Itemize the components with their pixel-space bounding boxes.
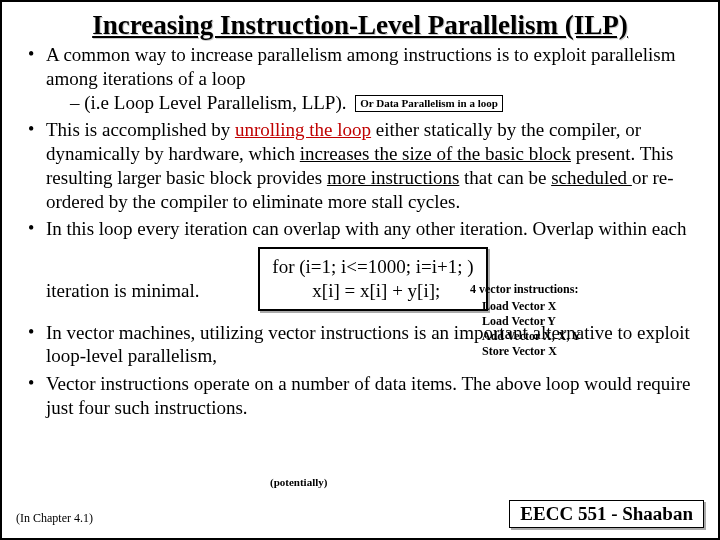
code-box: for (i=1; i<=1000; i=i+1; ) x[i] = x[i] … [258,247,487,311]
data-parallelism-note: Or Data Parallelism in a loop [355,95,503,113]
bullet-1-text: A common way to increase parallelism amo… [46,44,676,89]
footer-chapter: (In Chapter 4.1) [16,511,93,526]
vector-item-3: Add Vector X, X, Y [482,329,581,344]
potentially-note: (potentially) [270,476,327,488]
vector-header: 4 vector instructions: [470,282,581,297]
slide: Increasing Instruction-Level Parallelism… [0,0,720,540]
scheduled-text: scheduled [551,167,632,188]
bullet-1-sub-text: – (i.e Loop Level Parallelism, LLP). [70,92,346,113]
bullet-2-a: This is accomplished by [46,119,235,140]
more-instr-text: more instructions [327,167,459,188]
code-line-2: x[i] = x[i] + y[i]; [312,279,473,303]
vector-item-2: Load Vector Y [482,314,581,329]
vector-instructions-block: 4 vector instructions: Load Vector X Loa… [470,282,581,359]
unrolling-text: unrolling the loop [235,119,371,140]
increases-size-text: increases the size of the basic block [300,143,571,164]
vector-item-1: Load Vector X [482,299,581,314]
bullet-5-text: Vector instructions operate on a number … [46,373,690,418]
bullet-list: A common way to increase parallelism amo… [20,43,700,420]
bullet-5: Vector instructions operate on a number … [46,372,700,420]
bullet-2: This is accomplished by unrolling the lo… [46,118,700,213]
bullet-3: In this loop every iteration can overlap… [46,217,700,316]
bullet-1: A common way to increase parallelism amo… [46,43,700,114]
bullet-4: In vector machines, utilizing vector ins… [46,321,700,369]
footer-course: EECC 551 - Shaaban [509,500,704,528]
code-line-1: for (i=1; i<=1000; i=i+1; ) [272,256,473,277]
slide-title: Increasing Instruction-Level Parallelism… [20,10,700,41]
bullet-1-sub: – (i.e Loop Level Parallelism, LLP). Or … [70,91,503,115]
bullet-2-d: that can be [459,167,551,188]
bullet-4-text: In vector machines, utilizing vector ins… [46,322,690,367]
vector-item-4: Store Vector X [482,344,581,359]
